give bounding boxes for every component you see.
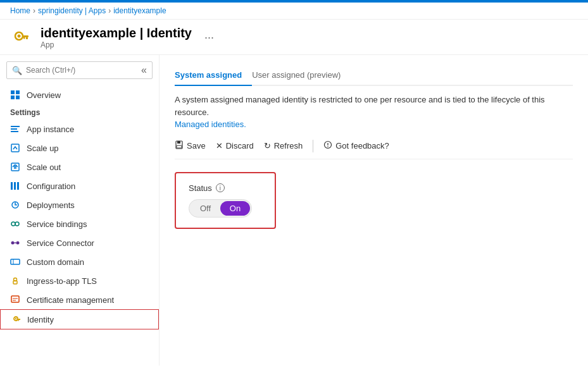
scale-out-icon <box>10 162 20 172</box>
sidebar-label-custom-domain: Custom domain <box>27 257 84 267</box>
breadcrumb-home[interactable]: Home <box>10 6 30 15</box>
discard-button[interactable]: ✕ Discard <box>216 141 254 151</box>
page-header-icon <box>10 27 33 49</box>
sidebar-item-deployments[interactable]: Deployments <box>0 195 159 214</box>
sidebar-item-configuration[interactable]: Configuration <box>0 176 159 195</box>
toggle-on[interactable]: On <box>220 201 250 216</box>
status-label: Status i <box>189 183 262 193</box>
collapse-sidebar-button[interactable]: « <box>141 65 147 76</box>
sidebar-label-ingress-tls: Ingress-to-app TLS <box>27 276 97 286</box>
svg-point-22 <box>16 242 20 245</box>
refresh-label: Refresh <box>274 141 303 151</box>
toolbar-separator <box>313 140 313 152</box>
configuration-icon <box>10 181 20 191</box>
discard-icon: ✕ <box>216 141 223 151</box>
sidebar-label-identity: Identity <box>27 315 54 324</box>
status-box: Status i Off On <box>175 172 276 229</box>
sidebar: 🔍 « Overview Settings App instance Scale… <box>0 55 160 366</box>
search-box[interactable]: 🔍 « <box>6 61 153 79</box>
ingress-tls-icon <box>10 276 20 286</box>
page-title: identityexample | Identity <box>41 26 192 40</box>
tab-user-assigned[interactable]: User assigned (preview) <box>252 65 351 86</box>
managed-identities-link[interactable]: Managed identities. <box>175 120 246 129</box>
feedback-button[interactable]: Got feedback? <box>323 140 389 151</box>
sidebar-label-app-instance: App instance <box>27 125 74 134</box>
sidebar-item-service-connector[interactable]: Service Connector <box>0 233 159 252</box>
sidebar-label-deployments: Deployments <box>27 200 75 210</box>
svg-point-37 <box>327 146 328 147</box>
sidebar-label-cert-management: Certificate management <box>27 295 114 305</box>
svg-rect-27 <box>13 281 17 284</box>
identity-icon <box>11 314 21 324</box>
sidebar-item-cert-management[interactable]: Certificate management <box>0 290 159 309</box>
breadcrumb-identityexample[interactable]: identityexample <box>113 6 166 15</box>
sidebar-item-ingress-tls[interactable]: Ingress-to-app TLS <box>0 271 159 290</box>
tabs: System assigned User assigned (preview) <box>175 65 573 86</box>
sidebar-item-custom-domain[interactable]: Custom domain <box>0 252 159 271</box>
overview-icon <box>10 90 20 100</box>
breadcrumb: Home › springidentity | Apps › identitye… <box>0 3 588 20</box>
deployments-icon <box>10 200 20 210</box>
save-label: Save <box>187 141 206 151</box>
feedback-icon <box>323 140 332 151</box>
svg-rect-11 <box>11 131 18 132</box>
service-bindings-icon <box>10 219 20 229</box>
svg-rect-7 <box>11 95 15 99</box>
svg-rect-12 <box>11 144 19 152</box>
sidebar-label-service-connector: Service Connector <box>27 238 94 248</box>
sidebar-item-scale-up[interactable]: Scale up <box>0 138 159 157</box>
breadcrumb-sep1: › <box>33 6 35 15</box>
settings-section-label: Settings <box>0 104 159 120</box>
sidebar-item-overview[interactable]: Overview <box>0 85 159 104</box>
svg-rect-6 <box>16 90 20 94</box>
status-toggle[interactable]: Off On <box>189 199 252 218</box>
discard-label: Discard <box>226 141 254 151</box>
svg-point-32 <box>15 318 16 319</box>
app-instance-icon <box>10 124 20 134</box>
svg-point-1 <box>18 34 21 37</box>
sidebar-label-configuration: Configuration <box>27 181 75 191</box>
search-input[interactable] <box>26 66 137 75</box>
sidebar-item-identity[interactable]: Identity <box>0 309 159 329</box>
page-header: identityexample | Identity App ··· <box>0 20 588 55</box>
overview-label: Overview <box>27 90 61 100</box>
svg-rect-9 <box>11 126 20 127</box>
breadcrumb-sep2: › <box>108 6 111 15</box>
feedback-label: Got feedback? <box>335 141 389 151</box>
svg-rect-24 <box>11 259 20 264</box>
sidebar-item-service-bindings[interactable]: Service bindings <box>0 214 159 233</box>
sidebar-item-app-instance[interactable]: App instance <box>0 120 159 138</box>
svg-rect-4 <box>23 37 25 39</box>
content-area: System assigned User assigned (preview) … <box>160 55 588 366</box>
more-options-button[interactable]: ··· <box>204 31 214 44</box>
svg-point-19 <box>15 222 19 226</box>
status-info-icon[interactable]: i <box>216 183 225 192</box>
page-header-text: identityexample | Identity App <box>41 26 192 49</box>
page-subtitle: App <box>41 40 192 49</box>
svg-rect-8 <box>16 95 20 99</box>
scale-up-icon <box>10 143 20 153</box>
toggle-off[interactable]: Off <box>191 201 220 216</box>
svg-rect-13 <box>11 163 19 171</box>
svg-point-21 <box>11 242 15 245</box>
sidebar-item-scale-out[interactable]: Scale out <box>0 157 159 176</box>
svg-rect-15 <box>14 182 16 190</box>
custom-domain-icon <box>10 257 20 267</box>
cert-management-icon <box>10 295 20 305</box>
service-connector-icon <box>10 238 20 248</box>
main-layout: 🔍 « Overview Settings App instance Scale… <box>0 55 588 366</box>
svg-point-18 <box>11 222 15 226</box>
save-button[interactable]: Save <box>175 140 206 151</box>
svg-rect-14 <box>11 182 13 190</box>
toolbar: Save ✕ Discard ↻ Refresh Got feedback? <box>175 133 573 159</box>
svg-rect-10 <box>11 128 17 130</box>
svg-rect-35 <box>177 145 182 148</box>
breadcrumb-springidentity[interactable]: springidentity | Apps <box>38 6 106 15</box>
svg-rect-28 <box>11 296 19 302</box>
sidebar-label-service-bindings: Service bindings <box>27 219 87 229</box>
refresh-button[interactable]: ↻ Refresh <box>264 141 303 151</box>
svg-rect-3 <box>26 37 28 39</box>
svg-rect-34 <box>177 141 180 144</box>
search-icon: 🔍 <box>12 66 22 75</box>
tab-system-assigned[interactable]: System assigned <box>175 65 252 86</box>
